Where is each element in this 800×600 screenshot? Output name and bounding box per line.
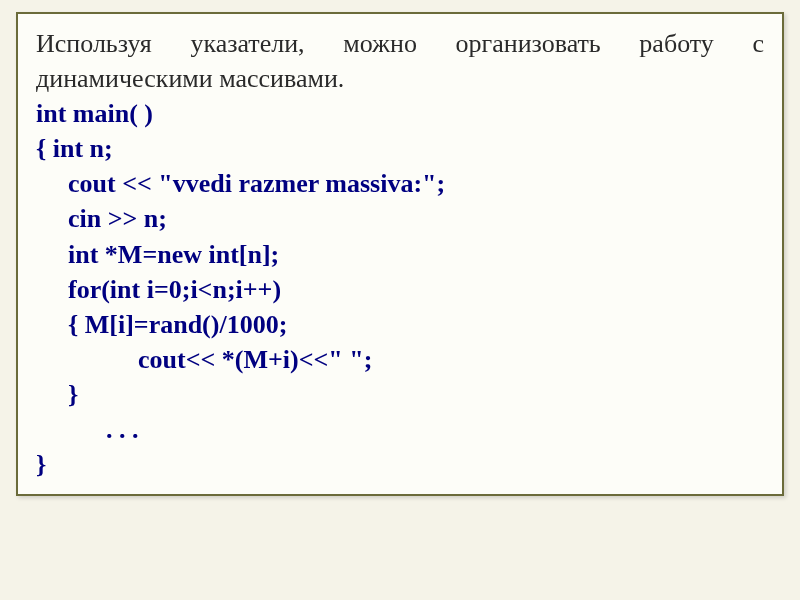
code-line-3: cout << "vvedi razmer massiva:"; xyxy=(36,166,764,201)
code-line-10: . . . xyxy=(36,412,764,447)
code-line-4: cin >> n; xyxy=(36,201,764,236)
code-line-2: { int n; xyxy=(36,131,764,166)
code-line-8: cout<< *(M+i)<<" "; xyxy=(36,342,764,377)
slide-content: Используя указатели, можно организовать … xyxy=(16,12,784,496)
code-line-7: { M[i]=rand()/1000; xyxy=(36,307,764,342)
code-line-1: int main( ) xyxy=(36,96,764,131)
code-line-5: int *M=new int[n]; xyxy=(36,237,764,272)
code-line-9: } xyxy=(36,377,764,412)
intro-text: Используя указатели, можно организовать … xyxy=(36,26,764,96)
code-line-6: for(int i=0;i<n;i++) xyxy=(36,272,764,307)
code-line-11: } xyxy=(36,447,764,482)
